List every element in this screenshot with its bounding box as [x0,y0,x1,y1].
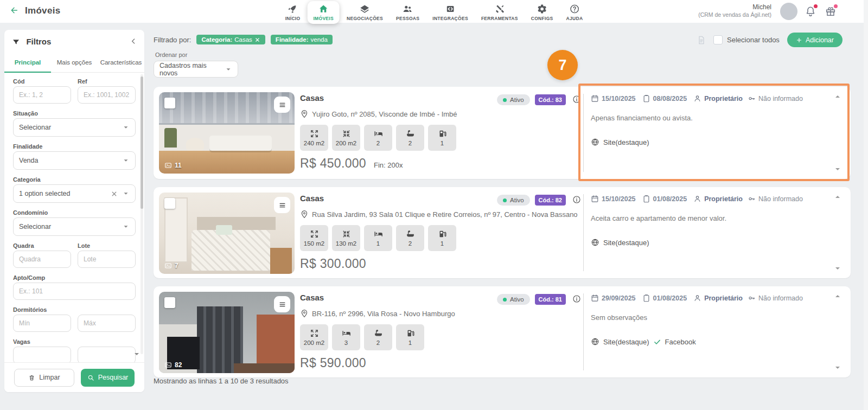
stat-bedrooms: 3 [332,324,360,350]
export-document-icon[interactable] [697,36,706,44]
sidebar-scrollbar-thumb[interactable] [141,76,143,209]
filters-footer: Limpar Pesquisar [4,362,144,392]
chevron-up-icon[interactable] [833,193,842,201]
portal-label: Facebook [665,338,696,346]
nav-inicio[interactable]: INÍCIO [279,1,307,24]
card-menu-button[interactable] [274,197,290,213]
photo-icon [164,262,172,270]
bath-icon [406,229,415,239]
add-property-button[interactable]: Adicionar [787,33,843,47]
bed-icon [342,329,351,338]
apto-input[interactable] [13,283,136,300]
total-area-icon [310,329,319,338]
select-property-checkbox[interactable] [164,198,175,209]
close-icon[interactable] [254,37,260,43]
ref-label: Ref [78,78,136,85]
vagas-min-input[interactable] [13,347,71,364]
nav-imoveis[interactable]: IMÓVEIS [307,1,340,24]
filter-chip-categoria[interactable]: Categoria: Casas [196,35,265,44]
categoria-value: 1 option selected [19,190,111,197]
location-pin-icon [300,110,309,118]
select-property-checkbox[interactable] [164,297,175,308]
avatar[interactable] [780,3,797,20]
clear-label: Limpar [39,374,60,381]
stat-bathrooms: 2 [364,324,392,350]
nav-pessoas[interactable]: PESSOAS [390,1,425,24]
quadra-input[interactable] [13,251,71,268]
finalidade-select[interactable]: Venda [13,151,136,170]
chip-value: Casas [234,36,252,43]
property-photo[interactable]: 7 [159,193,295,274]
house-icon [318,4,329,14]
people-icon [403,4,413,14]
property-price: R$ 300.000 [300,257,366,271]
stat-garage: 1 [428,125,456,151]
search-label: Pesquisar [98,374,129,381]
property-photo[interactable]: 11 [159,92,295,174]
nav-label: IMÓVEIS [313,16,334,21]
chevron-up-icon[interactable] [833,292,842,300]
collapse-sidebar-icon[interactable] [129,37,138,46]
chip-label: Finalidade: [276,36,309,43]
layers-icon [360,4,370,14]
integrations-icon [445,4,456,14]
categoria-select[interactable]: 1 option selected [13,184,136,203]
card-menu-button[interactable] [274,97,290,113]
property-card: 7 Casas Rua Silva Jardim, 93 Sala 01 Cli… [154,187,851,278]
news-button[interactable] [825,5,837,17]
info-icon[interactable] [572,195,581,204]
nav-ferramentas[interactable]: FERRAMENTAS [475,1,524,24]
finalidade-value: Venda [19,157,122,164]
search-button[interactable]: Pesquisar [81,369,135,387]
plus-icon [796,37,802,43]
condominio-select[interactable]: Selecionar [13,217,136,236]
back-arrow-icon[interactable] [10,6,18,15]
dormitorios-label: Dormitórios [13,306,136,313]
nav-ajuda[interactable]: AJUDA [560,1,589,24]
tab-mais-opcoes[interactable]: Mais opções [51,54,98,72]
chevron-down-icon[interactable] [833,165,842,174]
situacao-select[interactable]: Selecionar [13,118,136,137]
bed-icon [374,229,383,239]
order-by-select[interactable]: Cadastros mais novos [154,61,238,78]
chevron-down-icon[interactable] [833,363,842,372]
scroll-down-arrow-icon[interactable] [132,350,141,358]
vagas-max-input[interactable] [78,347,136,364]
property-price: R$ 590.000 [300,356,366,370]
dormitorios-min-input[interactable] [13,315,71,332]
nav-configs[interactable]: CONFIGS [525,1,559,24]
portal-label: Site(destaque) [603,138,649,146]
property-address: Rua Silva Jardim, 93 Sala 01 Clique e Re… [300,210,578,219]
nav-negociacoes[interactable]: NEGOCIAÇÕES [341,1,389,24]
code-badge: Cód.: 81 [535,294,566,305]
chevron-down-icon [122,124,130,131]
dormitorios-max-input[interactable] [78,315,136,332]
property-photo[interactable]: 82 [159,292,295,373]
nav-integracoes[interactable]: INTEGRAÇÕES [426,1,474,24]
stat-garage: 1 [396,324,424,350]
cod-input[interactable] [13,86,71,104]
filters-sidebar: Filtros Principal Mais opções Caracterís… [4,30,144,392]
select-all-checkbox[interactable] [713,35,723,44]
updated-date: 15/10/2025 [602,195,636,203]
divider [583,293,584,370]
tab-caracteristicas[interactable]: Características [98,54,144,72]
info-icon[interactable] [572,95,581,104]
info-icon[interactable] [572,294,581,303]
select-property-checkbox[interactable] [164,98,175,108]
chevron-up-icon[interactable] [833,92,842,101]
clear-selection-icon[interactable] [111,190,118,197]
clear-filters-button[interactable]: Limpar [14,369,74,387]
chevron-down-icon[interactable] [833,264,842,273]
search-icon [87,374,94,381]
keys-value: Não informado [758,294,803,302]
filter-chip-finalidade[interactable]: Finalidade: venda [271,35,333,44]
card-menu-button[interactable] [274,296,290,312]
tab-principal[interactable]: Principal [4,54,51,72]
help-icon [569,4,579,14]
property-details: 29/09/2025 01/08/2025 Proprietário Não i… [591,292,832,372]
nav-label: CONFIGS [531,16,553,21]
ref-input[interactable] [78,86,136,104]
notifications-button[interactable] [805,5,816,17]
lote-input[interactable] [78,251,136,268]
